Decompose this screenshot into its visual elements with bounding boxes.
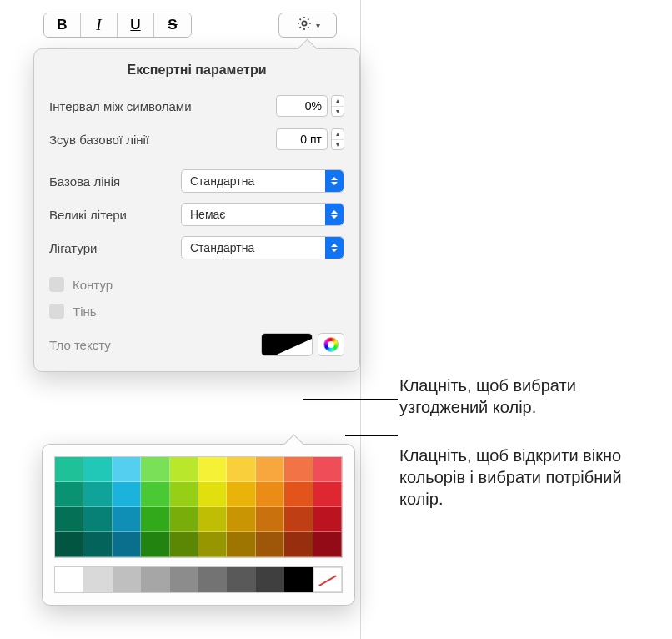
color-swatch[interactable] [141, 532, 169, 557]
color-swatch[interactable] [83, 507, 112, 532]
underline-button[interactable]: U [118, 13, 154, 37]
color-swatch[interactable] [83, 567, 112, 592]
caps-label: Великі літери [49, 208, 181, 222]
popover-title: Експертні параметри [49, 63, 344, 78]
baseline-label: Базова лінія [49, 174, 181, 189]
color-swatch[interactable] [141, 507, 169, 532]
color-swatch[interactable] [113, 482, 141, 507]
svg-point-0 [302, 21, 306, 25]
outline-label: Контур [73, 278, 113, 292]
shadow-row: Тінь [49, 298, 344, 325]
color-swatch[interactable] [313, 507, 342, 532]
color-grid [54, 456, 343, 558]
char-spacing-input[interactable] [276, 95, 328, 117]
gear-icon [296, 15, 313, 35]
char-spacing-label: Інтервал між символами [49, 99, 276, 113]
color-swatch[interactable] [284, 482, 313, 507]
color-swatch[interactable] [170, 567, 198, 592]
text-background-row: Тло тексту [49, 333, 344, 356]
color-swatch[interactable] [113, 532, 141, 557]
ligatures-label: Лігатури [49, 241, 181, 255]
color-swatch[interactable] [113, 457, 141, 482]
color-swatch[interactable] [141, 567, 169, 592]
color-swatch[interactable] [284, 457, 313, 482]
color-swatch[interactable] [113, 567, 141, 592]
shadow-checkbox[interactable] [49, 304, 64, 319]
select-arrows-icon [325, 170, 344, 192]
outline-checkbox[interactable] [49, 277, 64, 292]
color-picker-button[interactable] [318, 333, 344, 356]
bold-button[interactable]: B [44, 13, 81, 37]
color-swatch[interactable] [198, 567, 227, 592]
ligatures-select[interactable]: Стандартна [181, 236, 344, 259]
color-swatch[interactable] [227, 507, 255, 532]
color-swatch[interactable] [256, 532, 284, 557]
italic-button[interactable]: I [81, 13, 118, 37]
color-swatch[interactable] [83, 532, 112, 557]
color-swatch[interactable] [55, 507, 83, 532]
chevron-down-icon: ▾ [332, 107, 344, 117]
color-swatch[interactable] [141, 457, 169, 482]
color-swatch[interactable] [256, 482, 284, 507]
color-swatch[interactable] [55, 532, 83, 557]
caps-select-value: Немає [190, 208, 225, 221]
color-swatch[interactable] [284, 507, 313, 532]
chevron-up-icon: ▴ [332, 96, 344, 107]
char-spacing-stepper: ▴▾ [276, 95, 344, 117]
color-palette-popover [42, 444, 355, 606]
color-swatch[interactable] [313, 457, 342, 482]
color-swatch[interactable] [227, 532, 255, 557]
color-swatch[interactable] [83, 482, 112, 507]
grayscale-row [54, 566, 343, 593]
color-swatch[interactable] [256, 567, 284, 592]
caps-row: Великі літери Немає [49, 198, 344, 231]
callout-swatch-text: Клацніть, щоб вибрати узгоджений колір. [399, 375, 658, 418]
color-swatch[interactable] [313, 482, 342, 507]
select-arrows-icon [325, 204, 344, 225]
text-bg-label: Тло тексту [49, 338, 111, 352]
color-wheel-icon [323, 337, 339, 352]
color-swatch[interactable] [55, 457, 83, 482]
text-bg-color-well[interactable] [261, 333, 313, 356]
color-swatch[interactable] [227, 457, 255, 482]
color-swatch[interactable] [227, 482, 255, 507]
callout-line [345, 435, 398, 436]
color-swatch[interactable] [198, 457, 227, 482]
color-swatch[interactable] [113, 507, 141, 532]
advanced-options-popover: Експертні параметри Інтервал між символа… [33, 48, 360, 372]
color-swatch[interactable] [55, 567, 83, 592]
color-swatch[interactable] [83, 457, 112, 482]
color-swatch[interactable] [198, 482, 227, 507]
color-swatch[interactable] [313, 532, 342, 557]
strikethrough-button[interactable]: S [154, 13, 191, 37]
no-color-swatch[interactable] [313, 567, 342, 592]
shadow-label: Тінь [73, 304, 97, 319]
color-swatch[interactable] [170, 532, 198, 557]
chevron-up-icon: ▴ [332, 129, 344, 140]
color-swatch[interactable] [55, 482, 83, 507]
color-swatch[interactable] [198, 507, 227, 532]
select-arrows-icon [325, 237, 344, 259]
caps-select[interactable]: Немає [181, 203, 344, 226]
color-swatch[interactable] [141, 482, 169, 507]
advanced-options-button[interactable]: ▾ [278, 13, 337, 38]
color-swatch[interactable] [227, 567, 255, 592]
baseline-shift-input[interactable] [276, 128, 328, 150]
baseline-shift-label: Зсув базової лінії [49, 133, 276, 147]
color-swatch[interactable] [170, 457, 198, 482]
color-swatch[interactable] [256, 507, 284, 532]
color-swatch[interactable] [170, 507, 198, 532]
color-swatch[interactable] [198, 532, 227, 557]
color-swatch[interactable] [284, 567, 313, 592]
color-swatch[interactable] [256, 457, 284, 482]
callout-picker-text: Клацніть, щоб відкрити вікно кольорів і … [399, 445, 658, 510]
color-swatch[interactable] [284, 532, 313, 557]
baseline-shift-spinner[interactable]: ▴▾ [331, 128, 344, 150]
callout-line [303, 399, 398, 400]
sidebar-divider [360, 0, 361, 639]
style-segment: B I U S [43, 13, 192, 38]
char-spacing-spinner[interactable]: ▴▾ [331, 95, 344, 117]
ligatures-select-value: Стандартна [190, 241, 254, 254]
baseline-select[interactable]: Стандартна [181, 169, 344, 193]
color-swatch[interactable] [170, 482, 198, 507]
